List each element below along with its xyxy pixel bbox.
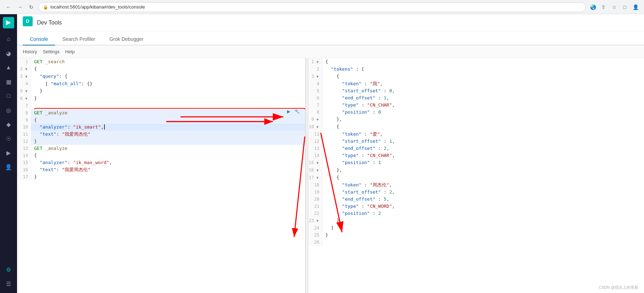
table-row: 3 ▼ { bbox=[308, 73, 644, 80]
sidebar-item-maps[interactable]: ◎ bbox=[2, 104, 15, 116]
app-title: Dev Tools bbox=[37, 20, 62, 26]
out-line-number-11: 11 bbox=[308, 131, 323, 138]
kibana-sidebar: ⌂ ◕ ▲ ▦ □ ◎ ◆ ☉ ▶ 👤 ⚙ ☰ bbox=[0, 14, 17, 293]
sidebar-item-dev-tools[interactable]: ⚙ bbox=[2, 263, 15, 276]
out-line-content-19: "start_offset" : 2, bbox=[323, 189, 644, 196]
sidebar-item-security[interactable]: 👤 bbox=[2, 161, 15, 173]
run-button[interactable]: ▶ bbox=[285, 108, 292, 115]
panel-drag-handle[interactable]: ⋮ bbox=[305, 58, 308, 293]
out-line-content-21: "type" : "CN_WORD", bbox=[323, 203, 644, 210]
table-row: 10 "analyzer": "ik_smart", bbox=[17, 124, 305, 131]
out-line-content-6: "end_offset" : 1, bbox=[323, 94, 644, 102]
out-line-content-3: { bbox=[323, 73, 644, 80]
table-row: 23 ▼ } bbox=[308, 217, 644, 224]
out-line-content-5: "start_offset" : 0, bbox=[323, 87, 644, 94]
out-line-content-23: } bbox=[323, 217, 644, 224]
out-line-content-4: "token" : "我", bbox=[323, 80, 644, 87]
help-button[interactable]: Help bbox=[65, 48, 75, 56]
line-number-7: 7 bbox=[17, 102, 31, 109]
tab-console[interactable]: Console bbox=[23, 33, 55, 45]
tab-search-profiler[interactable]: Search Profiler bbox=[55, 33, 102, 45]
app-logo: D bbox=[23, 16, 33, 26]
watermark-text: CSDN @指尖上的草新 bbox=[599, 285, 638, 290]
wrench-button[interactable]: 🔧 bbox=[294, 108, 301, 115]
table-row: 7 bbox=[17, 102, 305, 109]
table-row: 5 "start_offset" : 0, bbox=[308, 87, 644, 94]
line-content-13: GET _analyze bbox=[31, 145, 305, 152]
bookmark-button[interactable]: ☆ bbox=[610, 3, 618, 11]
sidebar-item-monitoring[interactable]: ▶ bbox=[2, 146, 15, 159]
sidebar-item-ml[interactable]: ◆ bbox=[2, 118, 15, 131]
sidebar-toggle-button[interactable]: □ bbox=[621, 3, 629, 11]
line-number-11: 11 bbox=[17, 131, 31, 138]
kibana-logo-icon bbox=[5, 19, 12, 26]
table-row: 17 } bbox=[17, 173, 305, 180]
kibana-logo[interactable] bbox=[3, 17, 14, 28]
forward-button[interactable]: → bbox=[16, 3, 24, 11]
table-row: 26 bbox=[308, 239, 644, 246]
translate-button[interactable]: 🌏 bbox=[589, 3, 597, 11]
out-line-number-8: 8 bbox=[308, 109, 323, 116]
line-number-1: 1 bbox=[17, 58, 31, 65]
code-editor[interactable]: 1 GET _search 2 ▼ { 3 ▼ "query": { bbox=[17, 58, 305, 293]
profile-button[interactable]: 👤 bbox=[631, 3, 640, 11]
reload-button[interactable]: ↻ bbox=[27, 3, 36, 11]
out-line-number-18: 18 bbox=[308, 181, 323, 189]
sidebar-item-discover[interactable]: ◕ bbox=[2, 47, 15, 60]
tab-grok-debugger[interactable]: Grok Debugger bbox=[102, 33, 151, 45]
line-number-9: 9 bbox=[17, 116, 31, 124]
line-number-8: 8 bbox=[17, 109, 31, 116]
line-content-3: "query": { bbox=[31, 73, 305, 80]
out-line-number-13: 13 bbox=[308, 145, 323, 152]
out-line-content-11: "token" : "爱", bbox=[323, 131, 644, 138]
settings-button[interactable]: Settings bbox=[43, 48, 59, 56]
table-row: 6 "end_offset" : 1, bbox=[308, 94, 644, 102]
table-row: 1 GET _search bbox=[17, 58, 305, 65]
main-content: D Dev Tools Console Search Profiler Grok… bbox=[17, 14, 644, 293]
line-content-2: { bbox=[31, 65, 305, 73]
browser-chrome: ← → ↻ 🔒 localhost:5601/app/kibana#/dev_t… bbox=[0, 0, 644, 14]
line-number-17: 17 bbox=[17, 173, 31, 180]
console-panels: ▶ 🔧 1 GET _search 2 ▼ { bbox=[17, 58, 644, 293]
table-row: 9 { bbox=[17, 116, 305, 124]
table-row: 9 ▼ }, bbox=[308, 116, 644, 123]
out-line-content-1: { bbox=[323, 58, 644, 66]
table-row: 12 } bbox=[17, 138, 305, 145]
address-bar[interactable]: 🔒 localhost:5601/app/kibana#/dev_tools/c… bbox=[38, 2, 586, 12]
back-button[interactable]: ← bbox=[4, 3, 13, 11]
table-row: 12 "start_offset" : 1, bbox=[308, 138, 644, 145]
table-row: 21 "type" : "CN_WORD", bbox=[308, 203, 644, 210]
table-row: 5 ▼ } bbox=[17, 87, 305, 95]
out-line-number-14: 14 bbox=[308, 152, 323, 159]
sidebar-item-home[interactable]: ⌂ bbox=[2, 33, 15, 45]
out-line-number-12: 12 bbox=[308, 138, 323, 145]
table-row: 18 "token" : "周杰伦", bbox=[308, 181, 644, 189]
table-row: 16 ▼ }, bbox=[308, 167, 644, 174]
table-row: 19 "start_offset" : 2, bbox=[308, 189, 644, 196]
out-line-number-9: 9 ▼ bbox=[308, 116, 323, 123]
out-line-number-10: 10 ▼ bbox=[308, 123, 323, 131]
out-line-number-17: 17 ▼ bbox=[308, 174, 323, 181]
sidebar-item-stack-management[interactable]: ☰ bbox=[2, 277, 15, 290]
table-row: 17 ▼ { bbox=[308, 174, 644, 181]
table-row: 15 ▼ "position" : 1 bbox=[308, 159, 644, 167]
sidebar-item-canvas[interactable]: □ bbox=[2, 89, 15, 102]
url-text: localhost:5601/app/kibana#/dev_tools/con… bbox=[50, 4, 145, 10]
sidebar-item-dashboard[interactable]: ▦ bbox=[2, 75, 15, 88]
app-header: D Dev Tools bbox=[17, 14, 644, 31]
out-line-content-22: "position" : 2 bbox=[323, 210, 644, 217]
sidebar-item-graph[interactable]: ☉ bbox=[2, 132, 15, 145]
out-line-content-17: { bbox=[323, 174, 644, 181]
line-content-1: GET _search bbox=[31, 58, 305, 65]
table-row: 8 GET _analyze bbox=[17, 109, 305, 116]
out-line-number-23: 23 ▼ bbox=[308, 217, 323, 224]
sidebar-item-visualize[interactable]: ▲ bbox=[2, 61, 15, 74]
share-button[interactable]: ⇧ bbox=[599, 3, 608, 11]
table-row: 7 "type" : "CN_CHAR", bbox=[308, 102, 644, 109]
line-content-14: { bbox=[31, 152, 305, 159]
out-line-number-4: 4 bbox=[308, 80, 323, 87]
out-line-content-12: "start_offset" : 1, bbox=[323, 138, 644, 145]
out-line-number-26: 26 bbox=[308, 239, 323, 246]
out-line-content-25: } bbox=[323, 232, 644, 239]
history-button[interactable]: History bbox=[23, 48, 37, 56]
